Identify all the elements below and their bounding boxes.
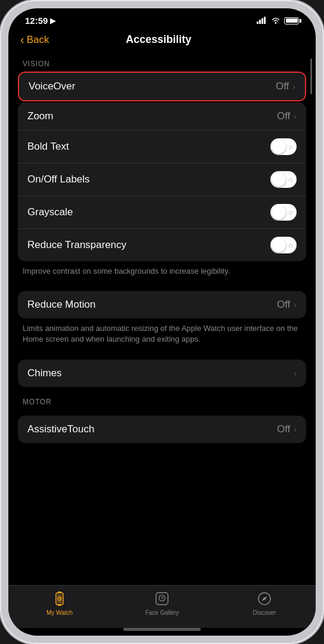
tab-discover[interactable]: Discover <box>213 590 316 616</box>
reduce-transparency-label: Reduce Transparency <box>27 239 126 251</box>
toggle-off-indicator: ○ <box>288 143 293 151</box>
zoom-row[interactable]: Zoom Off › <box>18 103 306 131</box>
reduce-transparency-toggle[interactable]: ○ <box>270 237 297 253</box>
reduce-motion-group: Reduce Motion Off › <box>18 291 306 318</box>
zoom-value: Off › <box>277 110 297 122</box>
vision-section-label: VISION <box>18 52 306 72</box>
reduce-motion-value-text: Off <box>277 299 290 311</box>
reduce-motion-desc: Limits animation and automatic resizing … <box>18 318 306 353</box>
nav-bar: ‹ Back Accessibility <box>8 29 316 52</box>
svg-rect-1 <box>259 20 261 24</box>
reduce-motion-chevron-icon: › <box>294 300 297 309</box>
notch <box>120 8 204 25</box>
reduce-transparency-desc: Improve contrast on some backgrounds to … <box>18 261 306 285</box>
location-icon: ▶ <box>50 17 55 25</box>
page-title: Accessibility <box>49 33 268 46</box>
svg-rect-3 <box>264 17 266 24</box>
reduce-motion-label: Reduce Motion <box>27 299 95 311</box>
voiceover-value-text: Off <box>276 80 289 92</box>
battery-fill <box>286 18 298 23</box>
svg-rect-0 <box>257 21 258 24</box>
zoom-group: Zoom Off › Bold Text ○ <box>18 103 306 261</box>
bold-text-toggle-switch[interactable]: ○ <box>270 138 297 155</box>
reduce-transparency-toggle-switch[interactable]: ○ <box>270 237 297 253</box>
zoom-chevron-icon: › <box>294 112 297 121</box>
chimes-group: Chimes › <box>18 360 306 387</box>
phone-frame: 12:59 ▶ <box>0 0 324 644</box>
assistive-touch-value-text: Off <box>277 423 290 435</box>
toggle-knob-2 <box>272 172 286 187</box>
scroll-area[interactable]: VISION VoiceOver Off › Zoom Off › <box>8 52 316 585</box>
voiceover-row[interactable]: VoiceOver Off › <box>19 73 305 100</box>
discover-icon <box>256 590 273 607</box>
scroll-indicator <box>310 58 312 94</box>
toggle-off-indicator-2: ○ <box>288 175 293 184</box>
svg-point-15 <box>161 597 163 599</box>
toggle-knob-3 <box>272 205 286 219</box>
chimes-row[interactable]: Chimes › <box>18 360 306 387</box>
chimes-chevron-icon: › <box>294 369 297 378</box>
voiceover-chevron-icon: › <box>292 82 295 91</box>
reduce-transparency-row[interactable]: Reduce Transparency ○ <box>18 229 306 261</box>
wifi-icon <box>271 16 281 26</box>
my-watch-tab-label: My Watch <box>46 609 73 616</box>
voiceover-label: VoiceOver <box>29 80 75 92</box>
back-chevron-icon: ‹ <box>20 33 24 47</box>
tab-face-gallery[interactable]: Face Gallery <box>111 590 213 616</box>
tab-bar: My Watch Face Gallery <box>8 585 316 628</box>
my-watch-icon <box>51 590 68 607</box>
svg-rect-11 <box>156 593 168 605</box>
grayscale-toggle[interactable]: ○ <box>270 204 297 221</box>
status-left: 12:59 ▶ <box>25 16 55 26</box>
svg-rect-2 <box>261 18 263 24</box>
chimes-label: Chimes <box>27 367 62 379</box>
voiceover-highlight-border: VoiceOver Off › <box>18 72 306 101</box>
svg-rect-10 <box>58 605 61 606</box>
assistive-touch-chevron-icon: › <box>294 425 297 434</box>
motor-section-label: MOTOR <box>18 387 306 410</box>
phone-screen: 12:59 ▶ <box>8 8 316 636</box>
on-off-labels-row[interactable]: On/Off Labels ○ <box>18 163 306 196</box>
status-right <box>257 16 299 26</box>
assistive-touch-row[interactable]: AssistiveTouch Off › <box>18 416 306 443</box>
chimes-value: › <box>294 369 297 378</box>
on-off-labels-toggle[interactable]: ○ <box>270 171 297 188</box>
voiceover-value: Off › <box>276 80 295 92</box>
zoom-label: Zoom <box>27 110 53 122</box>
tab-my-watch[interactable]: My Watch <box>8 590 111 616</box>
svg-marker-17 <box>262 596 267 601</box>
grayscale-label: Grayscale <box>27 206 73 218</box>
assistive-touch-label: AssistiveTouch <box>27 423 94 435</box>
discover-tab-label: Discover <box>253 609 276 616</box>
on-off-labels-label: On/Off Labels <box>27 174 90 185</box>
toggle-knob-4 <box>272 238 286 252</box>
assistive-touch-value: Off › <box>277 423 297 435</box>
back-label: Back <box>27 34 49 46</box>
svg-rect-9 <box>58 592 61 593</box>
grayscale-toggle-switch[interactable]: ○ <box>270 204 297 221</box>
assistive-touch-group: AssistiveTouch Off › <box>18 416 306 443</box>
grayscale-row[interactable]: Grayscale ○ <box>18 196 306 229</box>
bold-text-toggle[interactable]: ○ <box>270 138 297 155</box>
signal-icon <box>257 16 267 26</box>
reduce-motion-value: Off › <box>277 299 297 311</box>
on-off-toggle-switch[interactable]: ○ <box>270 171 297 188</box>
home-indicator <box>123 628 201 631</box>
toggle-knob <box>272 140 286 154</box>
face-gallery-icon <box>154 590 170 607</box>
zoom-value-text: Off <box>277 110 290 122</box>
reduce-motion-row[interactable]: Reduce Motion Off › <box>18 291 306 318</box>
back-button[interactable]: ‹ Back <box>20 33 49 47</box>
bold-text-row[interactable]: Bold Text ○ <box>18 131 306 163</box>
toggle-off-indicator-3: ○ <box>288 208 293 217</box>
toggle-off-indicator-4: ○ <box>288 241 293 250</box>
time-display: 12:59 <box>25 16 48 26</box>
bold-text-label: Bold Text <box>27 141 69 153</box>
face-gallery-tab-label: Face Gallery <box>145 609 179 616</box>
battery-icon <box>284 17 299 24</box>
